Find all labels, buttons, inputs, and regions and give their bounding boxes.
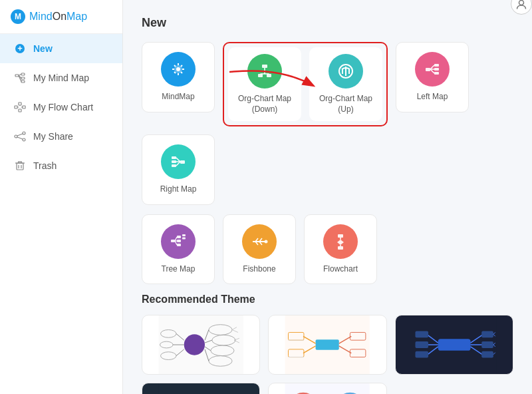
flowchart-icon-circle [323,224,358,259]
svg-point-19 [15,135,17,138]
sidebar-item-trash-label: Trash [33,160,57,171]
map-type-row-1: MindMap Org-Chart Map(Down) [142,42,513,205]
sidebar-item-my-mind-map[interactable]: My Mind Map [0,63,122,93]
theme-card-5[interactable] [268,383,386,394]
sidebar-item-my-flow-chart-label: My Flow Chart [33,102,93,112]
svg-rect-13 [19,109,21,112]
svg-rect-125 [481,331,493,338]
recommended-theme-title: Recommended Theme [142,294,513,305]
svg-rect-126 [481,341,493,348]
svg-rect-7 [21,81,25,83]
sidebar-item-new-label: New [33,43,53,54]
mindmap-label: MindMap [162,92,194,102]
section-title: New [142,16,513,30]
svg-rect-55 [434,64,439,67]
map-type-row-2: Tree Map Fishbone Flowchart [142,214,513,285]
svg-rect-72 [182,234,186,236]
map-type-fishbone[interactable]: Fishbone [223,214,296,285]
sidebar-item-my-flow-chart[interactable]: My Flow Chart [0,93,122,122]
left-map-icon-circle [415,52,450,87]
svg-point-89 [184,335,205,355]
svg-rect-83 [338,234,343,238]
logo-icon: M [11,9,25,24]
svg-line-65 [176,158,180,162]
flowchart-label: Flowchart [323,264,358,275]
svg-rect-121 [438,339,470,351]
svg-point-21 [23,138,25,141]
sidebar-item-my-share-label: My Share [33,131,73,142]
svg-line-39 [174,65,176,67]
org-chart-down-label: Org-Chart Map(Down) [238,94,291,114]
svg-rect-14 [23,106,25,108]
org-chart-up-icon-circle [329,54,363,89]
svg-rect-71 [177,244,181,246]
new-icon: + [13,42,27,55]
sidebar-item-my-share[interactable]: My Share [0,122,122,151]
sidebar-item-new[interactable]: + New [0,34,122,63]
map-type-org-chart-up[interactable]: Org-Chart Map (Up) [309,47,382,121]
svg-rect-132 [415,341,428,348]
svg-line-8 [19,75,21,76]
svg-point-20 [23,132,25,134]
svg-rect-133 [415,351,428,358]
theme-card-3[interactable] [395,315,513,375]
svg-text:+: + [17,43,23,53]
logo: M MindOnMap [0,0,122,34]
svg-rect-131 [415,331,428,338]
svg-point-31 [519,1,524,5]
sidebar-item-trash[interactable]: Trash [0,151,122,180]
user-profile-button[interactable] [511,0,532,15]
svg-point-34 [176,67,180,71]
map-type-left-map[interactable]: Left Map [396,42,469,112]
my-share-icon [13,130,27,143]
theme-card-2[interactable] [268,315,386,375]
svg-rect-43 [262,65,267,68]
svg-point-82 [265,240,268,243]
map-type-right-map[interactable]: Right Map [142,134,215,205]
svg-line-60 [430,69,434,73]
svg-line-76 [175,241,177,245]
sidebar: M MindOnMap + New My Mind Map My Flow Ch… [0,0,123,394]
theme-card-4[interactable] [142,383,260,394]
svg-rect-155 [285,383,370,394]
svg-line-22 [17,134,23,136]
svg-rect-24 [17,163,23,170]
svg-line-74 [175,237,177,241]
svg-rect-54 [426,68,430,71]
theme-card-1[interactable] [142,315,260,375]
tree-map-label: Tree Map [162,264,196,275]
logo-text: MindOnMap [29,11,87,23]
svg-rect-85 [338,246,343,250]
map-type-mindmap[interactable]: MindMap [142,42,215,112]
map-type-flowchart[interactable]: Flowchart [304,214,377,285]
mindmap-icon-circle [161,52,196,87]
map-type-org-chart-down[interactable]: Org-Chart Map(Down) [228,47,301,121]
map-type-tree-map[interactable]: Tree Map [142,214,215,285]
svg-marker-84 [337,240,344,245]
svg-rect-69 [177,236,181,238]
org-chart-down-icon-circle [247,54,282,89]
svg-rect-57 [434,72,439,75]
svg-rect-12 [19,102,21,105]
right-map-label: Right Map [160,184,197,195]
svg-rect-4 [15,75,19,77]
svg-text:M: M [15,12,21,21]
left-map-label: Left Map [417,92,448,102]
tree-map-icon-circle [161,224,196,259]
svg-rect-61 [180,160,185,164]
org-chart-up-label: Org-Chart Map (Up) [315,94,377,114]
fishbone-label: Fishbone [243,264,275,275]
svg-line-41 [181,65,182,67]
main-content: New MindMap [123,0,532,394]
svg-rect-139 [159,383,243,394]
svg-line-23 [17,137,23,139]
svg-line-58 [430,65,434,69]
sidebar-item-my-mind-map-label: My Mind Map [33,73,89,83]
svg-rect-6 [21,77,25,79]
user-icon-area [511,0,532,15]
svg-rect-64 [172,164,176,167]
svg-line-42 [174,72,176,73]
right-map-icon-circle [161,144,196,179]
svg-rect-68 [171,240,175,242]
svg-line-40 [181,72,182,73]
